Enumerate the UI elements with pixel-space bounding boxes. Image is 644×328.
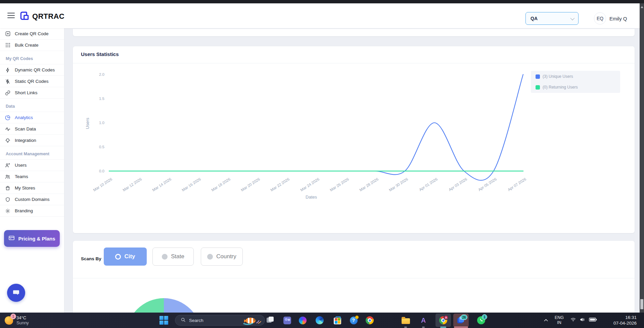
sidebar-item-bulk-create[interactable]: Bulk Create [0, 40, 64, 51]
weather-badge: 1 [10, 314, 16, 319]
pricing-plans-button[interactable]: Pricing & Plans [4, 230, 60, 247]
tray-language[interactable]: ENG IN [555, 313, 564, 328]
svg-text:1.5: 1.5 [99, 97, 104, 101]
sidebar-section-my-qr-codes: My QR Codes [0, 51, 64, 64]
sidebar-item-integration[interactable]: Integration [0, 135, 64, 146]
series-unique-users-line [109, 74, 523, 180]
scans-by-header: Scans By City State Country [73, 241, 635, 278]
sidebar-item-short-links[interactable]: Short Links [0, 87, 64, 99]
people-icon [5, 174, 11, 180]
tray-clock[interactable]: 16:31 07-04-2026 [604, 313, 637, 328]
battery-icon [589, 317, 597, 324]
tray-time: 16:31 [625, 315, 637, 320]
chat-widget-button[interactable] [7, 284, 25, 302]
whatsapp-icon[interactable]: 1 [476, 316, 486, 325]
windows-taskbar: 1 34°C Sunny Search [0, 313, 644, 328]
sidebar-item-analytics[interactable]: Analytics [0, 112, 64, 123]
credit-card-icon [8, 235, 15, 242]
chrome-icon[interactable] [365, 316, 374, 325]
scans-by-state-button[interactable]: State [152, 248, 194, 266]
chat-bubble-icon [12, 288, 20, 297]
search-placeholder: Search [189, 318, 203, 323]
tray-chevron-up-icon[interactable] [543, 313, 549, 328]
svg-text:Mar 28 2026: Mar 28 2026 [359, 177, 379, 192]
lightning-icon [5, 67, 11, 73]
app-a-icon[interactable]: A [419, 316, 428, 325]
sidebar-item-branding[interactable]: Branding [0, 205, 64, 217]
user-name[interactable]: Emily Q [609, 16, 627, 21]
sidebar-item-static-qr-codes[interactable]: Static QR Codes [0, 76, 64, 87]
sun-weather-icon: 1 [5, 316, 13, 325]
main-content: Users Statistics 0.0 0.5 1.0 1.5 2.0 Use… [64, 28, 640, 313]
svg-text:Mar 18 2026: Mar 18 2026 [211, 177, 231, 192]
svg-text:2.0: 2.0 [99, 72, 104, 76]
legend-returning-users[interactable]: (0) Returning Users [536, 85, 615, 90]
scans-by-country-button[interactable]: Country [201, 248, 243, 266]
x-axis-label: Dates [306, 195, 317, 200]
chrome-profile-icon[interactable]: A [435, 314, 451, 327]
tray-date: 07-04-2026 [613, 320, 637, 326]
copilot-icon[interactable] [298, 316, 307, 325]
svg-text:Apr 07 2026: Apr 07 2026 [507, 177, 527, 192]
start-button[interactable] [159, 316, 168, 325]
microsoft-store-icon[interactable] [333, 316, 342, 325]
running-indicator [422, 327, 425, 328]
scans-by-label: Scans By [81, 256, 101, 261]
scans-pie-chart [126, 298, 201, 313]
legend-swatch-green [536, 85, 540, 90]
scrolled-card-remnant [73, 29, 635, 36]
qr-plus-icon [5, 31, 11, 37]
svg-text:Mar 20 2026: Mar 20 2026 [240, 177, 261, 192]
legend-swatch-blue [536, 74, 540, 79]
get-help-icon[interactable]: ? [349, 316, 358, 325]
weather-widget[interactable]: 1 34°C Sunny [5, 313, 29, 328]
task-view-icon[interactable] [266, 316, 275, 325]
scrollbar-up-arrow-icon[interactable] [641, 6, 643, 8]
user-avatar[interactable]: EQ [594, 12, 606, 24]
sidebar-item-scan-data[interactable]: Scan Data [0, 123, 64, 135]
sidebar-item-dynamic-qr-codes[interactable]: Dynamic QR Codes [0, 64, 64, 76]
sidebar: Create QR Code Bulk Create My QR Codes D… [0, 28, 64, 313]
svg-text:Mar 22 2026: Mar 22 2026 [270, 177, 290, 192]
edge-icon[interactable] [315, 316, 324, 325]
active-window-indicator [440, 327, 446, 328]
sidebar-section-data: Data [0, 99, 64, 112]
lightbulb-icon [5, 138, 11, 144]
teams-icon[interactable] [282, 316, 292, 325]
svg-text:1.0: 1.0 [99, 121, 104, 125]
sidebar-item-create-qr-code[interactable]: Create QR Code [0, 28, 64, 40]
weather-condition: Sunny [16, 320, 29, 325]
file-explorer-icon[interactable] [401, 316, 410, 325]
brand-name: QRTRAC [32, 12, 64, 21]
search-icon [181, 317, 186, 324]
mail-count-badge: 26 [461, 315, 467, 320]
running-indicator [404, 327, 407, 328]
link-icon [5, 90, 11, 96]
scrollbar-thumb[interactable] [640, 299, 643, 309]
sidebar-item-my-stores[interactable]: My Stores [0, 182, 64, 194]
attention-window-indicator [454, 327, 468, 328]
sidebar-item-users[interactable]: Users [0, 160, 64, 171]
wifi-icon [570, 317, 576, 324]
window-top-strip [0, 0, 644, 3]
brand-logo[interactable]: QRTRAC [19, 11, 64, 22]
svg-text:0.0: 0.0 [99, 169, 104, 173]
tray-status-icons[interactable] [570, 313, 597, 328]
legend-unique-users[interactable]: (3) Unique Users [536, 74, 615, 79]
svg-text:Apr 03 2026: Apr 03 2026 [448, 177, 468, 192]
sidebar-item-custom-domains[interactable]: Custom Domains [0, 194, 64, 205]
scans-by-city-button[interactable]: City [104, 248, 147, 266]
mail-app-icon[interactable]: 26 [453, 314, 469, 327]
taskbar-search[interactable]: Search [175, 315, 265, 326]
workspace-select[interactable]: QA [525, 12, 579, 25]
chevron-down-icon [570, 16, 575, 20]
grid-dots-icon [5, 42, 11, 48]
pulse-icon [5, 126, 11, 132]
page-scrollbar[interactable] [640, 3, 644, 313]
radio-selected-icon [115, 254, 121, 260]
svg-text:Mar 14 2026: Mar 14 2026 [151, 177, 172, 192]
screen: QRTRAC QA EQ Emily Q Create QR Code Bulk… [0, 0, 644, 328]
sidebar-item-teams[interactable]: Teams [0, 171, 64, 182]
menu-toggle-icon[interactable] [7, 13, 15, 19]
sidebar-section-account-management: Account Management [0, 146, 64, 160]
